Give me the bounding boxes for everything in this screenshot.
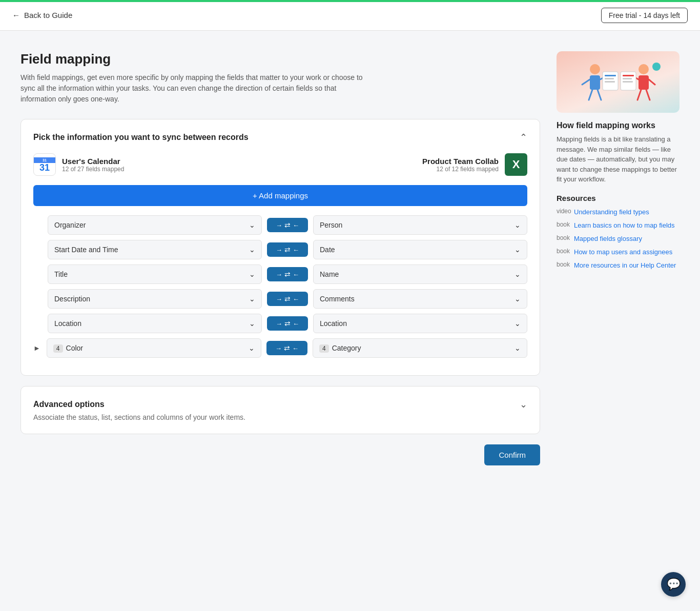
sync-direction-control[interactable]: → ⇄ ← bbox=[267, 242, 308, 257]
resources-list: video Understanding field types book Lea… bbox=[557, 208, 680, 271]
right-arrow-icon: → bbox=[276, 271, 282, 278]
resource-link[interactable]: Mapped fields glossary bbox=[574, 234, 642, 243]
svg-line-6 bbox=[598, 90, 601, 100]
right-field-select[interactable]: Date ⌄ bbox=[313, 240, 527, 259]
top-bar: ← Back to Guide Free trial - 14 days lef… bbox=[0, 0, 700, 31]
illustration-image bbox=[557, 51, 680, 113]
left-panel: Field mapping With field mappings, get e… bbox=[20, 51, 540, 486]
calendar-app-icon: 31 31 bbox=[33, 153, 56, 176]
sync-icon: ⇄ bbox=[284, 319, 291, 328]
mapping-row: Description ⌄ → ⇄ ← Comments ⌄ bbox=[33, 289, 527, 309]
resource-type-label: book bbox=[557, 221, 572, 228]
left-arrow-icon: ← bbox=[293, 221, 299, 229]
right-field-select[interactable]: Name ⌄ bbox=[313, 264, 527, 284]
svg-line-15 bbox=[637, 90, 641, 100]
right-arrow-icon: → bbox=[276, 295, 282, 303]
svg-point-11 bbox=[639, 64, 649, 74]
left-field-select[interactable]: Location ⌄ bbox=[48, 314, 262, 333]
left-app-info: 31 31 User's Calendar 12 of 27 fields ma… bbox=[33, 153, 124, 176]
left-arrow-icon: ← bbox=[292, 344, 299, 352]
mapping-card-collapse-button[interactable]: ⌃ bbox=[520, 132, 527, 143]
resource-item: book Learn basics on how to map fields bbox=[557, 221, 680, 230]
mapping-card-header: Pick the information you want to sync be… bbox=[33, 132, 527, 143]
mapping-row: Start Date and Time ⌄ → ⇄ ← Date ⌄ bbox=[33, 240, 527, 259]
left-field-select[interactable]: Start Date and Time ⌄ bbox=[48, 240, 262, 259]
sync-direction-control[interactable]: → ⇄ ← bbox=[267, 218, 308, 232]
svg-rect-12 bbox=[639, 75, 649, 90]
resource-link[interactable]: How to map users and assignees bbox=[574, 248, 672, 257]
svg-point-1 bbox=[590, 64, 600, 74]
right-arrow-icon: → bbox=[275, 344, 282, 352]
sync-direction-control[interactable]: → ⇄ ← bbox=[267, 316, 308, 331]
back-arrow-icon: ← bbox=[12, 11, 20, 19]
resources-title: Resources bbox=[557, 194, 680, 202]
back-to-guide-button[interactable]: ← Back to Guide bbox=[12, 11, 72, 19]
right-field-select[interactable]: Comments ⌄ bbox=[313, 289, 527, 309]
resource-item: book Mapped fields glossary bbox=[557, 234, 680, 243]
left-arrow-icon: ← bbox=[293, 320, 299, 328]
mapping-row: Title ⌄ → ⇄ ← Name ⌄ bbox=[33, 264, 527, 284]
right-app-info: Product Team Collab 12 of 12 fields mapp… bbox=[422, 153, 527, 176]
mapping-card-title: Pick the information you want to sync be… bbox=[33, 133, 249, 142]
sync-direction-control[interactable]: → ⇄ ← bbox=[267, 292, 308, 306]
sync-icon: ⇄ bbox=[284, 221, 291, 229]
right-panel: How field mapping works Mapping fields i… bbox=[557, 51, 680, 486]
right-field-select[interactable]: Person ⌄ bbox=[313, 215, 527, 235]
right-arrow-icon: → bbox=[276, 221, 282, 229]
svg-rect-9 bbox=[605, 78, 614, 79]
resource-type-label: video bbox=[557, 208, 572, 215]
add-mappings-button[interactable]: + Add mappings bbox=[33, 185, 527, 206]
right-arrow-icon: → bbox=[276, 320, 282, 328]
mapping-card: Pick the information you want to sync be… bbox=[20, 119, 540, 376]
mapping-row: Location ⌄ → ⇄ ← Location ⌄ bbox=[33, 314, 527, 333]
expand-arrow-icon[interactable]: ► bbox=[33, 344, 40, 352]
left-field-select[interactable]: Title ⌄ bbox=[48, 264, 262, 284]
advanced-options-card: Advanced options ⌄ Associate the status,… bbox=[20, 386, 540, 434]
svg-rect-8 bbox=[605, 75, 616, 76]
add-mappings-label: + Add mappings bbox=[253, 191, 308, 200]
svg-rect-20 bbox=[623, 78, 632, 79]
sync-icon: ⇄ bbox=[284, 270, 291, 278]
field-mapping-illustration bbox=[572, 56, 664, 108]
sync-direction-control[interactable]: → ⇄ ← bbox=[267, 267, 308, 281]
page-description: With field mappings, get even more speci… bbox=[20, 72, 369, 105]
mapping-row: Organizer ⌄ → ⇄ ← Person ⌄ bbox=[33, 215, 527, 235]
left-field-select[interactable]: Description ⌄ bbox=[48, 289, 262, 309]
advanced-title: Advanced options bbox=[33, 400, 105, 409]
left-field-select[interactable]: 4Color ⌄ bbox=[47, 338, 261, 358]
left-app-name: User's Calendar bbox=[62, 157, 124, 166]
chat-bubble-button[interactable]: 💬 bbox=[661, 572, 686, 597]
svg-rect-2 bbox=[590, 75, 600, 90]
sync-icon: ⇄ bbox=[284, 295, 291, 303]
resource-item: book How to map users and assignees bbox=[557, 248, 680, 257]
left-app-mapped: 12 of 27 fields mapped bbox=[62, 166, 124, 173]
svg-point-17 bbox=[652, 63, 661, 71]
resource-link[interactable]: Understanding field types bbox=[574, 208, 649, 217]
right-field-select[interactable]: Location ⌄ bbox=[313, 314, 527, 333]
right-field-select[interactable]: 4Category ⌄ bbox=[313, 338, 527, 358]
resource-type-label: book bbox=[557, 234, 572, 241]
svg-rect-21 bbox=[623, 81, 633, 83]
svg-line-3 bbox=[582, 79, 590, 85]
advanced-description: Associate the status, list, sections and… bbox=[33, 413, 527, 421]
sync-direction-control[interactable]: → ⇄ ← bbox=[266, 341, 307, 355]
trial-badge: Free trial - 14 days left bbox=[601, 8, 688, 23]
svg-line-5 bbox=[589, 90, 592, 100]
resource-item: book More resources in our Help Center bbox=[557, 261, 680, 270]
advanced-collapse-button[interactable]: ⌄ bbox=[520, 399, 527, 410]
mapping-rows: Organizer ⌄ → ⇄ ← Person ⌄ Start Date an… bbox=[33, 215, 527, 358]
resource-link[interactable]: More resources in our Help Center bbox=[574, 261, 676, 270]
right-arrow-icon: → bbox=[276, 246, 282, 254]
resource-type-label: book bbox=[557, 248, 572, 255]
advanced-card-header: Advanced options ⌄ bbox=[33, 399, 527, 410]
how-field-mapping-desc: Mapping fields is a bit like translating… bbox=[557, 134, 680, 185]
resource-type-label: book bbox=[557, 261, 572, 268]
main-content: Field mapping With field mappings, get e… bbox=[0, 31, 700, 506]
left-field-select[interactable]: Organizer ⌄ bbox=[48, 215, 262, 235]
confirm-button[interactable]: Confirm bbox=[484, 444, 540, 465]
svg-rect-10 bbox=[605, 81, 615, 83]
resource-link[interactable]: Learn basics on how to map fields bbox=[574, 221, 675, 230]
chat-icon: 💬 bbox=[667, 578, 681, 591]
sync-icon: ⇄ bbox=[284, 246, 291, 254]
right-app-name: Product Team Collab bbox=[422, 157, 499, 166]
